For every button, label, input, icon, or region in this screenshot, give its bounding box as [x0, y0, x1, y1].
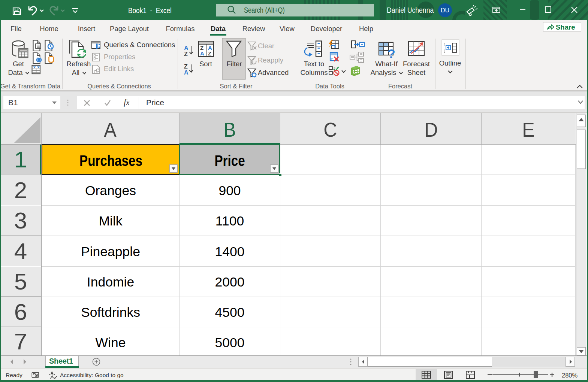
- svg-text:Z: Z: [208, 50, 211, 57]
- svg-text:A: A: [184, 45, 189, 51]
- svg-text:Z: Z: [184, 51, 188, 57]
- svg-text:A: A: [184, 69, 189, 76]
- svg-text:A: A: [200, 50, 204, 57]
- svg-text:?: ?: [388, 46, 395, 61]
- svg-text:Z: Z: [184, 63, 188, 70]
